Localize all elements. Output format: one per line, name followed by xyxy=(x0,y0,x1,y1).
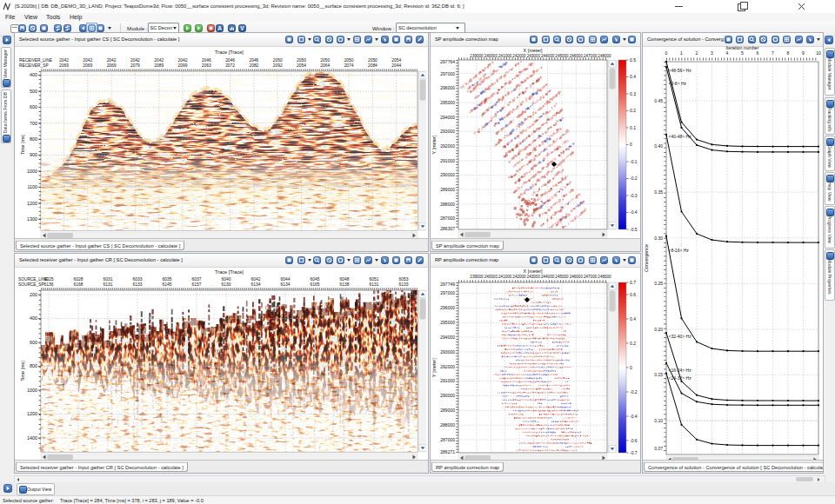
svg-text:2042: 2042 xyxy=(154,58,164,63)
svg-text:Y [meter]: Y [meter] xyxy=(431,135,437,154)
svg-text:6: 6 xyxy=(757,50,759,56)
svg-text:V: V xyxy=(240,24,244,30)
svg-text:6037: 6037 xyxy=(192,277,202,282)
svg-text:<48-56> Hz: <48-56> Hz xyxy=(669,68,692,73)
svg-text:287000: 287000 xyxy=(440,216,455,221)
svg-text:240000: 240000 xyxy=(484,275,498,279)
svg-text:5: 5 xyxy=(741,50,744,56)
svg-text:297000: 297000 xyxy=(440,290,455,295)
svg-text:2042: 2042 xyxy=(83,58,92,63)
svg-text:6045: 6045 xyxy=(311,277,320,282)
svg-text:6134: 6134 xyxy=(281,282,291,287)
svg-text:294000: 294000 xyxy=(440,115,455,120)
svg-text:2042: 2042 xyxy=(178,58,188,63)
svg-text:293000: 293000 xyxy=(440,349,455,355)
svg-text:0.4: 0.4 xyxy=(630,74,636,79)
svg-text:2050: 2050 xyxy=(320,58,330,63)
svg-text:2074: 2074 xyxy=(344,63,354,68)
svg-text:288000: 288000 xyxy=(440,202,455,207)
svg-text:6048: 6048 xyxy=(340,277,350,282)
svg-text:0.15: 0.15 xyxy=(654,372,663,377)
svg-text:-0.2: -0.2 xyxy=(630,389,638,395)
svg-text:248000: 248000 xyxy=(598,275,611,279)
svg-text:296000: 296000 xyxy=(440,85,455,90)
svg-text:8: 8 xyxy=(787,50,790,56)
svg-text:1100: 1100 xyxy=(27,184,37,189)
svg-text:-0.6: -0.6 xyxy=(630,438,638,443)
svg-text:1200: 1200 xyxy=(27,201,37,206)
svg-text:292000: 292000 xyxy=(440,143,455,149)
svg-text:1: 1 xyxy=(680,50,683,56)
svg-text:6031: 6031 xyxy=(104,277,113,282)
svg-text:294000: 294000 xyxy=(440,335,455,340)
svg-text:244000: 244000 xyxy=(541,275,555,279)
svg-text:6133: 6133 xyxy=(133,282,143,287)
svg-text:0: 0 xyxy=(630,142,632,147)
svg-text:297764: 297764 xyxy=(440,59,455,64)
svg-text:0.30: 0.30 xyxy=(654,235,663,241)
svg-text:RECEIVER_LINE: RECEIVER_LINE xyxy=(19,58,52,63)
svg-text:0.07: 0.07 xyxy=(654,446,663,451)
svg-text:239000: 239000 xyxy=(470,54,484,58)
svg-text:291000: 291000 xyxy=(440,158,455,163)
svg-text:289000: 289000 xyxy=(440,408,455,413)
svg-text:X [meter]: X [meter] xyxy=(524,48,543,53)
svg-text:286307: 286307 xyxy=(440,226,455,231)
svg-text:6145: 6145 xyxy=(163,282,172,287)
svg-text:2064: 2064 xyxy=(320,63,330,68)
svg-text:4: 4 xyxy=(726,50,729,56)
svg-text:290000: 290000 xyxy=(440,393,455,398)
svg-text:2089: 2089 xyxy=(154,63,164,68)
svg-text:-0.3: -0.3 xyxy=(630,193,638,198)
svg-text:0.1: 0.1 xyxy=(630,125,636,130)
svg-text:295000: 295000 xyxy=(440,320,455,325)
svg-text:2072: 2072 xyxy=(225,63,235,68)
svg-text:0.7: 0.7 xyxy=(630,280,636,285)
svg-text:1000: 1000 xyxy=(27,169,37,174)
svg-text:2044: 2044 xyxy=(391,63,401,68)
svg-text:6035: 6035 xyxy=(163,277,172,282)
svg-text:242000: 242000 xyxy=(512,275,526,279)
svg-text:6133: 6133 xyxy=(399,282,409,287)
svg-text:245000: 245000 xyxy=(555,54,569,58)
svg-text:400: 400 xyxy=(30,72,37,77)
svg-text:288000: 288000 xyxy=(440,422,455,428)
svg-text:6042: 6042 xyxy=(251,277,261,282)
svg-text:0.3: 0.3 xyxy=(630,91,636,96)
svg-text:6157: 6157 xyxy=(192,282,202,287)
svg-text:297000: 297000 xyxy=(440,71,455,76)
svg-text:246000: 246000 xyxy=(570,54,584,58)
svg-text:289000: 289000 xyxy=(440,187,455,192)
svg-text:0: 0 xyxy=(665,50,668,56)
svg-text:<16-24> Hz: <16-24> Hz xyxy=(669,368,692,373)
svg-text:296000: 296000 xyxy=(440,305,455,310)
svg-text:Y [meter]: Y [meter] xyxy=(431,358,437,377)
svg-text:6053: 6053 xyxy=(399,277,409,282)
svg-text:0.10: 0.10 xyxy=(654,418,663,423)
svg-text:0: 0 xyxy=(630,365,632,370)
svg-text:2050: 2050 xyxy=(273,58,283,63)
svg-text:2069: 2069 xyxy=(107,63,117,68)
svg-text:292000: 292000 xyxy=(440,364,455,369)
svg-text:X [meter]: X [meter] xyxy=(524,269,543,274)
svg-text:2082: 2082 xyxy=(249,63,258,68)
svg-text:243000: 243000 xyxy=(527,275,541,279)
svg-text:0.20: 0.20 xyxy=(654,327,663,332)
svg-text:<32-40> Hz: <32-40> Hz xyxy=(669,334,692,339)
svg-text:241000: 241000 xyxy=(498,54,512,58)
svg-text:0.5: 0.5 xyxy=(630,57,636,63)
svg-text:3: 3 xyxy=(711,50,713,56)
svg-text:2084: 2084 xyxy=(368,63,377,68)
svg-text:-0.2: -0.2 xyxy=(630,176,638,181)
svg-text:242000: 242000 xyxy=(512,54,526,58)
svg-text:6138: 6138 xyxy=(340,282,350,287)
svg-text:800: 800 xyxy=(30,363,37,368)
svg-text:RECEIVER_SP: RECEIVER_SP xyxy=(19,63,49,68)
svg-text:400: 400 xyxy=(30,315,37,321)
svg-text:240000: 240000 xyxy=(484,54,498,58)
svg-text:245000: 245000 xyxy=(555,275,569,279)
svg-text:2054: 2054 xyxy=(297,63,306,68)
svg-text:6165: 6165 xyxy=(311,282,320,287)
svg-text:244000: 244000 xyxy=(541,54,555,58)
svg-text:2054: 2054 xyxy=(391,58,401,63)
